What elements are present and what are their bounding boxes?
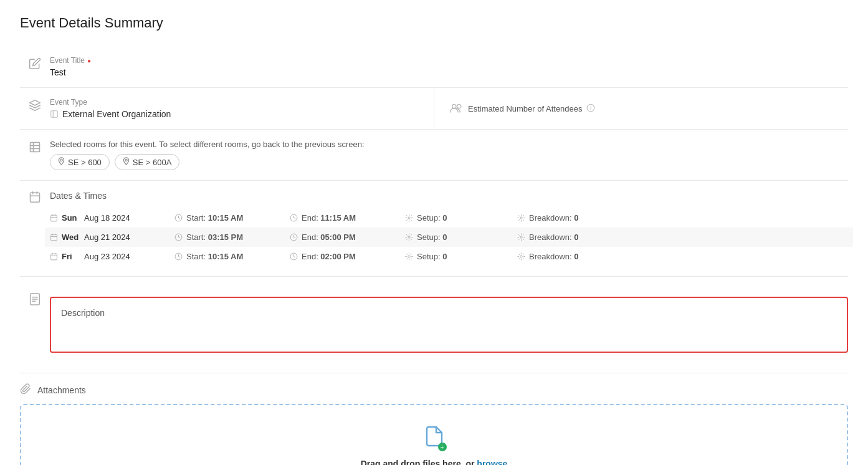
breakdown-cell-1: Breakdown: 0: [517, 213, 579, 223]
end-cell-1: End: 11:15 AM: [290, 213, 405, 223]
attachments-section: Attachments + Drag and drop files here, …: [20, 373, 848, 465]
event-type-value: External Event Organization: [62, 109, 171, 119]
event-title-content: Event Title ● Test: [50, 56, 848, 77]
svg-point-12: [60, 159, 62, 161]
end-cell-3: End: 02:00 PM: [290, 252, 405, 261]
date-2: Aug 21 2024: [84, 232, 130, 242]
date-row-1: Sun Aug 18 2024 Start: 10:15 AM End: 11:…: [50, 208, 848, 228]
room-tag-se600: SE > 600: [50, 154, 110, 170]
date-row-3: Fri Aug 23 2024 Start: 10:15 AM End: 02:…: [50, 247, 848, 266]
attendees-label: Estimated Number of Attendees: [468, 104, 583, 113]
date-row-2: Wed Aug 21 2024 Start: 03:15 PM End: 05:…: [45, 228, 853, 247]
doc-icon: [20, 282, 50, 305]
dates-content: Dates & Times Sun Aug 18 2024 Start: 10:…: [50, 191, 848, 266]
svg-point-3: [452, 104, 456, 108]
setup-cell-1: Setup: 0: [405, 213, 517, 223]
dropzone-text: Drag and drop files here, or browse: [36, 459, 832, 465]
svg-point-33: [520, 236, 522, 238]
two-col-container: Event Type External Event Organization: [20, 88, 848, 129]
attachments-label-text: Attachments: [37, 385, 86, 395]
end-cell-2: End: 05:00 PM: [290, 232, 405, 242]
required-indicator: ●: [87, 57, 91, 64]
calendar-icon: [20, 191, 50, 203]
description-field[interactable]: Description: [50, 297, 848, 353]
rooms-content: Selected rooms for this event. To select…: [50, 140, 848, 170]
date-cell-3: Fri Aug 23 2024: [50, 252, 174, 261]
upload-icon: +: [423, 425, 446, 453]
pin-icon-1: [58, 157, 65, 167]
svg-rect-8: [31, 143, 40, 152]
browse-link[interactable]: browse: [477, 459, 507, 465]
svg-point-25: [520, 217, 522, 219]
rooms-description: Selected rooms for this event. To select…: [50, 140, 848, 149]
svg-marker-0: [30, 100, 41, 105]
event-title-label: Event Title ●: [50, 56, 848, 65]
svg-point-24: [408, 217, 410, 219]
setup-cell-3: Setup: 0: [405, 252, 517, 261]
attendees-col: Estimated Number of Attendees: [434, 88, 848, 129]
dates-section: Dates & Times Sun Aug 18 2024 Start: 10:…: [20, 181, 848, 277]
description-outer: Description: [50, 282, 848, 368]
event-type-attendees-section: Event Type External Event Organization: [20, 88, 848, 130]
svg-rect-34: [51, 254, 57, 260]
attendees-content: Estimated Number of Attendees: [468, 103, 595, 114]
svg-rect-14: [31, 193, 40, 202]
room-tag-se600a-label: SE > 600A: [133, 158, 172, 167]
event-type-label: Event Type: [50, 98, 171, 107]
building-icon: [20, 140, 50, 153]
setup-cell-2: Setup: 0: [405, 232, 517, 242]
paperclip-icon: [20, 383, 31, 396]
svg-rect-26: [51, 234, 57, 241]
start-cell-1: Start: 10:15 AM: [174, 213, 290, 223]
svg-point-41: [520, 256, 522, 257]
day-1: Sun: [62, 213, 80, 223]
svg-point-40: [408, 256, 410, 257]
description-label: Description: [61, 308, 105, 318]
event-title-section: Event Title ● Test: [20, 46, 848, 88]
date-3: Aug 23 2024: [84, 252, 130, 261]
svg-point-4: [457, 104, 461, 108]
date-cell-2: Wed Aug 21 2024: [50, 232, 174, 242]
svg-rect-18: [51, 215, 57, 221]
svg-point-13: [125, 159, 127, 161]
page-container: Event Details Summary Event Title ● Test: [0, 0, 868, 465]
start-cell-3: Start: 10:15 AM: [174, 252, 290, 261]
upload-badge: +: [438, 443, 447, 451]
rooms-section: Selected rooms for this event. To select…: [20, 130, 848, 181]
page-title: Event Details Summary: [20, 15, 848, 31]
event-type-col: Event Type External Event Organization: [20, 88, 434, 129]
start-cell-2: Start: 03:15 PM: [174, 232, 290, 242]
room-tag-se600a: SE > 600A: [115, 154, 180, 170]
breakdown-cell-3: Breakdown: 0: [517, 252, 579, 261]
info-icon: [586, 103, 595, 114]
pin-icon-2: [123, 157, 130, 167]
svg-rect-1: [51, 111, 58, 118]
dates-title: Dates & Times: [50, 191, 848, 201]
attendees-icon: [449, 102, 463, 115]
attachments-header: Attachments: [20, 383, 848, 396]
svg-point-32: [408, 236, 410, 238]
room-tag-se600-label: SE > 600: [68, 158, 102, 167]
layers-icon: [20, 98, 50, 112]
event-type-content: Event Type External Event Organization: [50, 98, 171, 119]
pencil-icon: [20, 56, 50, 70]
day-3: Fri: [62, 252, 80, 261]
day-2: Wed: [62, 232, 80, 242]
date-1: Aug 18 2024: [84, 213, 130, 223]
description-section-wrapper: Description: [20, 277, 848, 373]
breakdown-cell-2: Breakdown: 0: [517, 232, 579, 242]
date-cell-1: Sun Aug 18 2024: [50, 213, 174, 223]
room-tags: SE > 600 SE > 600A: [50, 154, 848, 170]
dropzone[interactable]: + Drag and drop files here, or browse Su…: [20, 404, 848, 465]
event-title-value: Test: [50, 67, 848, 77]
